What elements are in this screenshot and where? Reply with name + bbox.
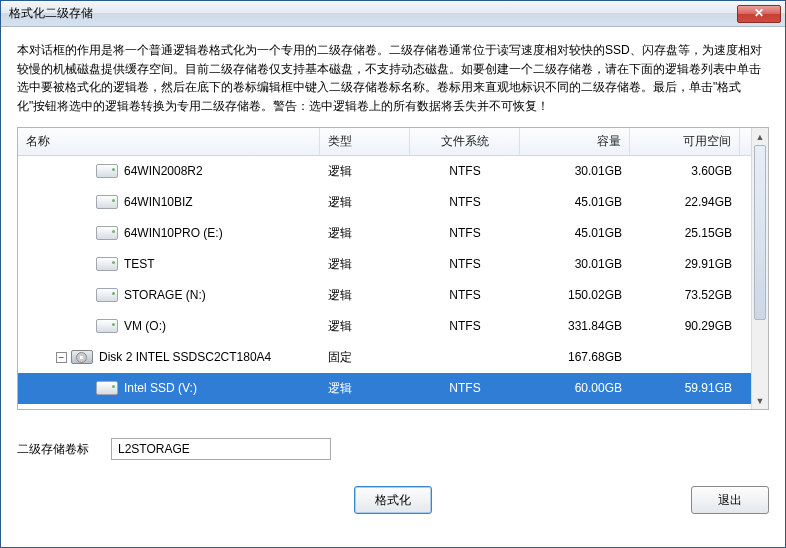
cell-free: 29.91GB [630, 257, 740, 271]
format-button[interactable]: 格式化 [354, 486, 432, 514]
cell-name: 64WIN10PRO (E:) [18, 226, 320, 240]
titlebar: 格式化二级存储 ✕ [1, 1, 785, 27]
row-name-text: Intel SSD (V:) [124, 381, 197, 395]
row-name-text: 64WIN10PRO (E:) [124, 226, 223, 240]
cell-name: 64WIN2008R2 [18, 164, 320, 178]
volume-label-input[interactable] [111, 438, 331, 460]
cell-type: 逻辑 [320, 163, 410, 180]
col-header-name[interactable]: 名称 [18, 128, 320, 155]
col-header-type[interactable]: 类型 [320, 128, 410, 155]
cell-name: Intel SSD (V:) [18, 381, 320, 395]
content-area: 本对话框的作用是将一个普通逻辑卷格式化为一个专用的二级存储卷。二级存储卷通常位于… [1, 27, 785, 547]
cell-capacity: 60.00GB [520, 381, 630, 395]
drive-icon [96, 257, 118, 271]
cell-free: 25.15GB [630, 226, 740, 240]
vertical-scrollbar[interactable]: ▲ ▼ [751, 128, 768, 409]
cell-fs: NTFS [410, 381, 520, 395]
cell-capacity: 30.01GB [520, 257, 630, 271]
drive-icon [96, 226, 118, 240]
cell-type: 逻辑 [320, 194, 410, 211]
cell-type: 固定 [320, 349, 410, 366]
cell-capacity: 45.01GB [520, 226, 630, 240]
volume-grid: 名称 类型 文件系统 容量 可用空间 64WIN2008R2逻辑NTFS30.0… [17, 127, 769, 410]
table-row[interactable]: −Disk 2 INTEL SSDSC2CT180A4固定167.68GB [18, 342, 751, 373]
col-header-fs[interactable]: 文件系统 [410, 128, 520, 155]
grid-body: 64WIN2008R2逻辑NTFS30.01GB3.60GB64WIN10BIZ… [18, 156, 751, 404]
cell-fs: NTFS [410, 164, 520, 178]
cell-fs: NTFS [410, 319, 520, 333]
table-row[interactable]: Intel SSD (V:)逻辑NTFS60.00GB59.91GB [18, 373, 751, 404]
table-row[interactable]: 64WIN10BIZ逻辑NTFS45.01GB22.94GB [18, 187, 751, 218]
cell-free: 22.94GB [630, 195, 740, 209]
cell-capacity: 30.01GB [520, 164, 630, 178]
cell-name: STORAGE (N:) [18, 288, 320, 302]
grid-header: 名称 类型 文件系统 容量 可用空间 [18, 128, 751, 156]
col-header-free[interactable]: 可用空间 [630, 128, 740, 155]
cell-free: 3.60GB [630, 164, 740, 178]
tree-expander[interactable]: − [56, 352, 67, 363]
window-title: 格式化二级存储 [9, 5, 93, 22]
dialog-window: 格式化二级存储 ✕ 本对话框的作用是将一个普通逻辑卷格式化为一个专用的二级存储卷… [0, 0, 786, 548]
cell-capacity: 331.84GB [520, 319, 630, 333]
row-name-text: VM (O:) [124, 319, 166, 333]
table-row[interactable]: VM (O:)逻辑NTFS331.84GB90.29GB [18, 311, 751, 342]
table-row[interactable]: 64WIN10PRO (E:)逻辑NTFS45.01GB25.15GB [18, 218, 751, 249]
cell-fs: NTFS [410, 288, 520, 302]
cell-capacity: 167.68GB [520, 350, 630, 364]
button-row: 格式化 退出 [17, 486, 769, 514]
row-name-text: 64WIN10BIZ [124, 195, 193, 209]
cell-fs: NTFS [410, 257, 520, 271]
cell-name: −Disk 2 INTEL SSDSC2CT180A4 [18, 350, 320, 364]
disk-icon [71, 350, 93, 364]
cell-fs: NTFS [410, 226, 520, 240]
table-row[interactable]: 64WIN2008R2逻辑NTFS30.01GB3.60GB [18, 156, 751, 187]
cell-capacity: 150.02GB [520, 288, 630, 302]
cell-name: VM (O:) [18, 319, 320, 333]
description-text: 本对话框的作用是将一个普通逻辑卷格式化为一个专用的二级存储卷。二级存储卷通常位于… [17, 41, 769, 115]
cell-type: 逻辑 [320, 256, 410, 273]
cell-fs: NTFS [410, 195, 520, 209]
cell-type: 逻辑 [320, 380, 410, 397]
exit-button[interactable]: 退出 [691, 486, 769, 514]
drive-icon [96, 195, 118, 209]
scroll-track[interactable] [752, 145, 768, 392]
scroll-thumb[interactable] [754, 145, 766, 320]
cell-free: 90.29GB [630, 319, 740, 333]
grid-inner: 名称 类型 文件系统 容量 可用空间 64WIN2008R2逻辑NTFS30.0… [18, 128, 751, 409]
row-name-text: STORAGE (N:) [124, 288, 206, 302]
drive-icon [96, 288, 118, 302]
cell-free: 59.91GB [630, 381, 740, 395]
cell-type: 逻辑 [320, 318, 410, 335]
scroll-down-arrow[interactable]: ▼ [752, 392, 768, 409]
drive-icon [96, 319, 118, 333]
row-name-text: Disk 2 INTEL SSDSC2CT180A4 [99, 350, 271, 364]
cell-name: TEST [18, 257, 320, 271]
table-row[interactable]: TEST逻辑NTFS30.01GB29.91GB [18, 249, 751, 280]
row-name-text: TEST [124, 257, 155, 271]
cell-type: 逻辑 [320, 225, 410, 242]
table-row[interactable]: STORAGE (N:)逻辑NTFS150.02GB73.52GB [18, 280, 751, 311]
cell-type: 逻辑 [320, 287, 410, 304]
cell-name: 64WIN10BIZ [18, 195, 320, 209]
cell-capacity: 45.01GB [520, 195, 630, 209]
col-header-capacity[interactable]: 容量 [520, 128, 630, 155]
cell-free: 73.52GB [630, 288, 740, 302]
drive-icon [96, 381, 118, 395]
volume-label-row: 二级存储卷标 [17, 438, 769, 460]
drive-icon [96, 164, 118, 178]
row-name-text: 64WIN2008R2 [124, 164, 203, 178]
volume-label-caption: 二级存储卷标 [17, 441, 89, 458]
scroll-up-arrow[interactable]: ▲ [752, 128, 768, 145]
close-button[interactable]: ✕ [737, 5, 781, 23]
